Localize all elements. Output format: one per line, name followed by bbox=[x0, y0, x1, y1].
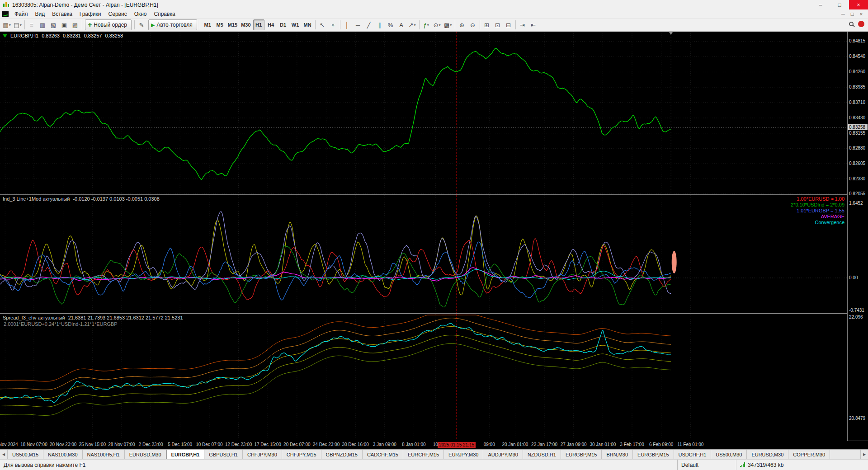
menu-item[interactable]: Графики bbox=[76, 10, 105, 18]
timeframe-mn-button[interactable]: MN bbox=[302, 19, 313, 30]
tabs-scroll-left-icon[interactable]: ◀ bbox=[0, 450, 8, 459]
chart-tab[interactable]: EURUSD,M30 bbox=[747, 450, 788, 459]
chart-tab[interactable]: EURCHF,M15 bbox=[403, 450, 444, 459]
chart-tab[interactable]: EURGBP,M15 bbox=[561, 450, 602, 459]
spread-indicator-canvas[interactable] bbox=[0, 314, 847, 441]
chart-shift-button[interactable]: ⇤ bbox=[528, 19, 539, 30]
autotrading-button[interactable]: ▶Авто-торговля bbox=[148, 19, 197, 30]
chart-tab[interactable]: CHFJPY,M15 bbox=[282, 450, 321, 459]
timeframe-w1-button[interactable]: W1 bbox=[290, 19, 301, 30]
chart-tab[interactable]: EURGBP,H1 bbox=[166, 450, 205, 459]
vertical-line-button[interactable]: │ bbox=[342, 19, 353, 30]
terminal-button[interactable]: ▣ bbox=[59, 19, 70, 30]
chart-tab[interactable]: NZDUSD,H1 bbox=[523, 450, 561, 459]
data-window-button[interactable]: ▥ bbox=[37, 19, 48, 30]
profiles-button[interactable]: ▤ bbox=[12, 19, 23, 30]
time-label: 20 Nov 23:00 bbox=[50, 442, 77, 447]
strategy-tester-button[interactable]: ▨ bbox=[70, 19, 80, 30]
chart-tab[interactable]: COPPER,M30 bbox=[788, 450, 830, 459]
new-chart-button[interactable]: ▦ bbox=[1, 19, 12, 30]
autoscroll-button[interactable]: ⇥ bbox=[517, 19, 528, 30]
menu-item[interactable]: Файл bbox=[11, 10, 32, 18]
timeframe-d1-button[interactable]: D1 bbox=[278, 19, 289, 30]
chart-tab[interactable]: GBPUSD,H1 bbox=[204, 450, 243, 459]
metaeditor-button[interactable]: ✎ bbox=[136, 19, 147, 30]
fibonacci-button[interactable]: % bbox=[385, 19, 396, 30]
menu-item[interactable]: Окно bbox=[131, 10, 151, 18]
community-icon[interactable] bbox=[858, 21, 864, 27]
time-label: 5 Dec 15:00 bbox=[168, 442, 192, 447]
chart-tab[interactable]: CHFJPY,M30 bbox=[243, 450, 282, 459]
zoom-out-button[interactable]: ⊖ bbox=[467, 19, 478, 30]
ind3-indicator-canvas[interactable] bbox=[0, 195, 847, 313]
new-order-button[interactable]: ✚Новый ордер bbox=[85, 19, 132, 30]
time-label: 09:00 bbox=[484, 442, 495, 447]
toolbar-icon: ▶ bbox=[151, 23, 155, 28]
templates-button[interactable]: ▩ bbox=[443, 19, 453, 30]
time-axis[interactable]: 13 Nov 202418 Nov 07:0020 Nov 23:0025 No… bbox=[0, 441, 847, 449]
arrows-button[interactable]: ↗ bbox=[407, 19, 418, 30]
tile-windows-button[interactable]: ⊞ bbox=[481, 19, 492, 30]
timeframe-m5-button[interactable]: M5 bbox=[214, 19, 226, 30]
text-button[interactable]: A bbox=[396, 19, 407, 30]
time-label: 17 Dec 15:00 bbox=[254, 442, 281, 447]
chart-tab[interactable]: NAS100H5,H1 bbox=[83, 450, 125, 459]
timeframe-h1-button[interactable]: H1 bbox=[253, 19, 264, 30]
time-label: 20 Jan 01:00 bbox=[502, 442, 528, 447]
trendline-button[interactable]: ╱ bbox=[363, 19, 374, 30]
chart-tab[interactable]: EURGBP,M15 bbox=[633, 450, 674, 459]
chart-tab[interactable]: CADCHF,M15 bbox=[363, 450, 403, 459]
window-title: 16303805: Alpari-Demo - Демо Счет - Alpa… bbox=[12, 2, 158, 8]
chart-menu-arrow-icon[interactable] bbox=[3, 34, 7, 38]
price-scale[interactable]: 0.848150.845400.842600.839850.837100.834… bbox=[848, 32, 868, 441]
chart-tab[interactable]: BRN,M30 bbox=[602, 450, 633, 459]
chart-tab[interactable]: EURJPY,M30 bbox=[444, 450, 483, 459]
menu-item[interactable]: Вид bbox=[32, 10, 49, 18]
horizontal-line-button[interactable]: ─ bbox=[353, 19, 363, 30]
chart-shift-marker-icon[interactable] bbox=[669, 32, 673, 35]
tile-horizontal-button[interactable]: ⊟ bbox=[503, 19, 514, 30]
chart-tab[interactable]: USDCHF,H1 bbox=[674, 450, 712, 459]
navigator-button[interactable]: ▧ bbox=[48, 19, 59, 30]
status-profile[interactable]: Default bbox=[677, 460, 736, 470]
menu-item[interactable]: Вставка bbox=[48, 10, 76, 18]
toolbar-icon: ⊡ bbox=[495, 22, 500, 28]
toolbar-icon: ≡ bbox=[30, 22, 33, 28]
crosshair-button[interactable]: ⌖ bbox=[328, 19, 339, 30]
chart-tab[interactable]: GBPNZD,M15 bbox=[321, 450, 363, 459]
tabs-scroll-right-icon[interactable]: ▶ bbox=[860, 450, 868, 459]
toolbar-icon: ↖ bbox=[320, 22, 325, 28]
statusbar: Для вызова справки нажмите F1 Default 34… bbox=[0, 459, 868, 470]
cursor-button[interactable]: ↖ bbox=[317, 19, 328, 30]
chart-tab[interactable]: US500,M15 bbox=[8, 450, 43, 459]
chart-minimize-button[interactable]: ─ bbox=[839, 11, 848, 17]
maximize-button[interactable]: □ bbox=[830, 0, 849, 9]
panel-splitter[interactable] bbox=[0, 313, 868, 314]
high-value: 0.83281 bbox=[63, 33, 81, 38]
zoom-in-button[interactable]: ⊕ bbox=[457, 19, 467, 30]
search-icon[interactable] bbox=[849, 22, 854, 26]
market-watch-button[interactable]: ≡ bbox=[26, 19, 37, 30]
chart-close-button[interactable]: × bbox=[857, 11, 866, 17]
toolbar-icon: W1 bbox=[292, 23, 299, 28]
indicators-button[interactable]: ƒ bbox=[421, 19, 432, 30]
chart-system-menu-icon[interactable] bbox=[2, 11, 9, 17]
price-chart-canvas[interactable] bbox=[0, 32, 847, 194]
chart-tab[interactable]: EURUSD,M30 bbox=[125, 450, 166, 459]
timeframe-m1-button[interactable]: M1 bbox=[202, 19, 213, 30]
chart-restore-button[interactable]: □ bbox=[848, 11, 857, 17]
minimize-button[interactable]: – bbox=[811, 0, 830, 9]
chart-tab[interactable]: AUDJPY,M30 bbox=[483, 450, 523, 459]
menu-item[interactable]: Сервис bbox=[105, 10, 131, 18]
cascade-windows-button[interactable]: ⊡ bbox=[492, 19, 503, 30]
chart-tab[interactable]: US500,M30 bbox=[711, 450, 747, 459]
timeframe-h4-button[interactable]: H4 bbox=[265, 19, 277, 30]
menu-item[interactable]: Справка bbox=[151, 10, 179, 18]
close-button[interactable]: × bbox=[849, 0, 868, 9]
panel-splitter[interactable] bbox=[0, 194, 868, 195]
chart-tab[interactable]: NAS100,M30 bbox=[43, 450, 82, 459]
periods-button[interactable]: ⊙ bbox=[432, 19, 443, 30]
timeframe-m30-button[interactable]: M30 bbox=[240, 19, 252, 30]
channel-button[interactable]: ∥ bbox=[374, 19, 385, 30]
timeframe-m15-button[interactable]: M15 bbox=[226, 19, 239, 30]
